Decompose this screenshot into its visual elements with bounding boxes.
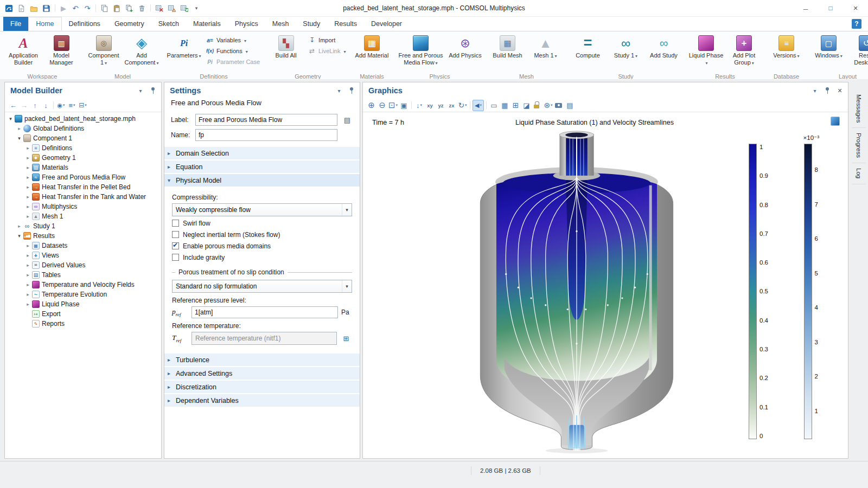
tree-item[interactable]: Multiphysics: [5, 202, 161, 211]
select-icon[interactable]: [510, 100, 521, 111]
zoom-in-icon[interactable]: [366, 100, 376, 111]
dock-tab-progress[interactable]: Progress: [852, 128, 866, 163]
rotate-icon[interactable]: [457, 100, 468, 111]
tree-item[interactable]: Heat Transfer in the Tank and Water: [5, 192, 161, 202]
save-button[interactable]: [41, 2, 52, 14]
add-physics-button[interactable]: Add Physics: [446, 34, 483, 60]
pin-icon[interactable]: [824, 87, 831, 94]
run-button[interactable]: ▶: [58, 4, 69, 12]
tree-item[interactable]: Heat Transfer in the Pellet Bed: [5, 182, 161, 192]
maximize-button[interactable]: [818, 0, 843, 16]
tree-expand-arrow-icon[interactable]: [7, 116, 14, 121]
view-zx-icon[interactable]: [446, 100, 457, 111]
label-input[interactable]: [195, 114, 337, 126]
tree-item[interactable]: packed_bed_latent_heat_storage.mph: [5, 114, 161, 124]
no-slip-select[interactable]: Standard no slip formulation: [172, 280, 352, 293]
functions-button[interactable]: Functions: [203, 47, 262, 55]
zoom-out-icon[interactable]: [377, 100, 387, 111]
section-discretization[interactable]: Discretization: [164, 381, 360, 393]
tree-expand-arrow-icon[interactable]: [24, 184, 31, 190]
application-builder-button[interactable]: Application Builder: [5, 34, 42, 67]
graphics-canvas[interactable]: Time = 7 h Liquid Phase Saturation (1) a…: [363, 113, 847, 458]
zoom-box-icon[interactable]: [388, 100, 398, 111]
tab-physics[interactable]: Physics: [228, 17, 265, 31]
pin-icon[interactable]: [348, 87, 355, 94]
window-icon[interactable]: [489, 100, 499, 111]
parameter-case-button[interactable]: Parameter Case: [203, 57, 262, 66]
customize-caret-icon[interactable]: ▾: [191, 5, 202, 11]
tree-expand-arrow-icon[interactable]: [24, 301, 31, 307]
versions-button[interactable]: Versions: [768, 34, 805, 60]
tree-item[interactable]: Derived Values: [5, 260, 161, 270]
tree-expand-arrow-icon[interactable]: [24, 214, 31, 219]
tree-expand-arrow-icon[interactable]: [24, 194, 31, 200]
tree-expand-arrow-icon[interactable]: [24, 165, 31, 170]
move-up-icon[interactable]: [30, 100, 40, 111]
tree-item[interactable]: Reports: [5, 319, 161, 329]
collapse-icon[interactable]: [78, 100, 88, 111]
tree-expand-arrow-icon[interactable]: [16, 233, 23, 239]
view-yz-icon[interactable]: [436, 100, 446, 111]
open-button[interactable]: [28, 2, 40, 14]
checkbox[interactable]: [172, 254, 179, 261]
menu-caret-icon[interactable]: [137, 87, 144, 94]
mesh-1-button[interactable]: Mesh 1: [527, 34, 564, 60]
tree-expand-arrow-icon[interactable]: [24, 272, 31, 278]
show-properties-button[interactable]: [341, 114, 353, 126]
checkbox-row[interactable]: Enable porous media domains: [172, 240, 352, 252]
name-input[interactable]: [195, 129, 337, 141]
tree-item[interactable]: Temperature Evolution: [5, 290, 161, 299]
checkbox[interactable]: [172, 220, 179, 227]
update-solution-button[interactable]: [178, 2, 190, 14]
copy-button[interactable]: [99, 2, 110, 14]
tree-item[interactable]: Views: [5, 251, 161, 260]
tree-expand-arrow-icon[interactable]: [24, 243, 31, 248]
back-icon[interactable]: [8, 100, 18, 111]
tree-item[interactable]: Datasets: [5, 241, 161, 251]
tree-item[interactable]: Liquid Phase: [5, 299, 161, 309]
add-component-button[interactable]: Add Component: [123, 34, 160, 67]
parameters-button[interactable]: Parameters: [165, 34, 202, 60]
tree-item[interactable]: Temperature and Velocity Fields: [5, 280, 161, 290]
move-down-icon[interactable]: [41, 100, 51, 111]
snapshot-icon[interactable]: [554, 100, 564, 111]
study-1-button[interactable]: Study 1: [607, 34, 644, 60]
tab-study[interactable]: Study: [296, 17, 327, 31]
node-text-icon[interactable]: [67, 100, 77, 111]
paste-button[interactable]: [111, 2, 123, 14]
section-domain-selection[interactable]: Domain Selection: [164, 147, 360, 159]
checkbox[interactable]: [172, 242, 179, 249]
tree-expand-arrow-icon[interactable]: [24, 204, 31, 209]
build-mesh-button[interactable]: Build Mesh: [489, 34, 526, 60]
clear-meshes-button[interactable]: [166, 2, 177, 14]
tab-definitions[interactable]: Definitions: [62, 17, 107, 31]
tab-materials[interactable]: Materials: [186, 17, 228, 31]
tree-item[interactable]: Export: [5, 309, 161, 319]
show-icon[interactable]: [56, 100, 66, 111]
tab-geometry[interactable]: Geometry: [107, 17, 151, 31]
variables-button[interactable]: Variables: [203, 36, 262, 44]
section-turbulence[interactable]: Turbulence: [164, 354, 360, 366]
view-xy-icon[interactable]: [425, 100, 435, 111]
go-to-source-button[interactable]: [340, 332, 352, 344]
compressibility-select[interactable]: Weakly compressible flow: [172, 203, 352, 216]
section-advanced-settings[interactable]: Advanced Settings: [164, 367, 360, 380]
tree-item[interactable]: Tables: [5, 270, 161, 280]
free-and-porous-media-flow-button[interactable]: Free and Porous Media Flow: [395, 34, 445, 67]
dock-tab-log[interactable]: Log: [852, 163, 866, 184]
tree-item[interactable]: Materials: [5, 163, 161, 172]
tab-sketch[interactable]: Sketch: [151, 17, 186, 31]
close-window-button[interactable]: [843, 0, 868, 16]
tree-expand-arrow-icon[interactable]: [24, 262, 31, 268]
liquid-phase-button[interactable]: Liquid Phase: [687, 34, 724, 67]
checkbox-row[interactable]: Neglect inertial term (Stokes flow): [172, 229, 352, 240]
menu-caret-icon[interactable]: [811, 87, 819, 94]
tree-expand-arrow-icon[interactable]: [24, 145, 31, 151]
section-physical-model[interactable]: Physical Model: [164, 174, 360, 187]
minimize-button[interactable]: [793, 0, 818, 16]
tree-expand-arrow-icon[interactable]: [24, 282, 31, 287]
build-all-button[interactable]: Build All: [267, 34, 304, 60]
redo-button[interactable]: ↷: [82, 4, 93, 12]
zoom-extents-icon[interactable]: [399, 100, 409, 111]
section-equation[interactable]: Equation: [164, 160, 360, 173]
